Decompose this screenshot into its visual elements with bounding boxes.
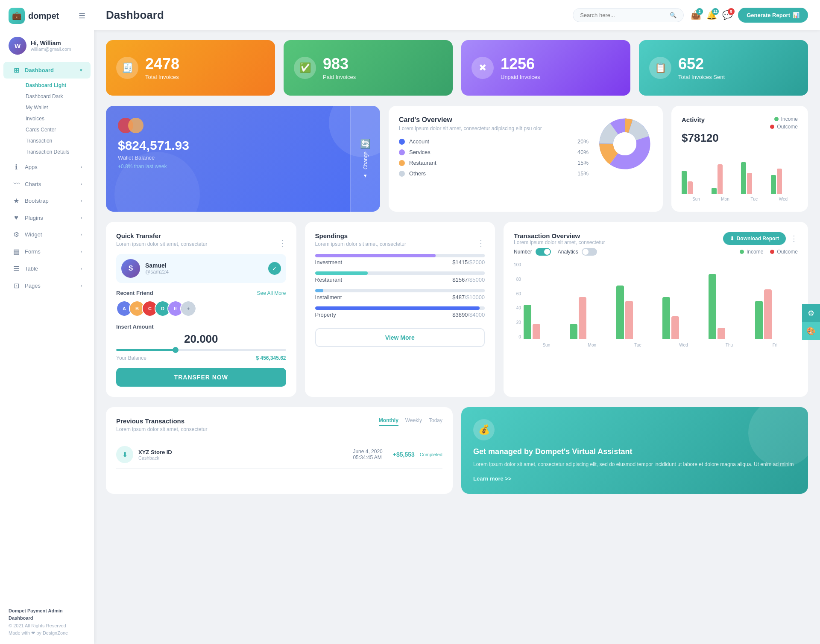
installment-name: Installment <box>315 294 342 300</box>
paid-icon: ✅ <box>294 57 316 79</box>
dot-orange <box>399 160 405 166</box>
income-label-to: Income <box>747 249 763 255</box>
qt-menu-icon[interactable]: ⋮ <box>278 239 286 248</box>
sidebar-item-bootstrap[interactable]: ★ Bootstrap › <box>3 192 91 209</box>
va-bg-circle <box>748 407 808 467</box>
view-more-button[interactable]: View More <box>315 328 485 347</box>
sidebar-item-apps[interactable]: ℹ Apps › <box>3 159 91 175</box>
to-menu-icon[interactable]: ⋮ <box>790 234 798 243</box>
investment-name: Investment <box>315 259 343 265</box>
sidebar-item-widget[interactable]: ⚙ Widget › <box>3 226 91 243</box>
fill-installment <box>315 289 324 292</box>
sidebar-item-plugins[interactable]: ♥ Plugins › <box>3 210 91 226</box>
sidebar-item-dashboard[interactable]: ⊞ Dashboard ▾ <box>3 62 91 79</box>
tab-monthly[interactable]: Monthly <box>379 417 398 426</box>
download-report-button[interactable]: ⬇ Download Report <box>723 232 786 245</box>
paid-invoices-number: 983 <box>323 55 356 73</box>
settings-side-button[interactable]: ⚙ <box>802 304 820 322</box>
pt-title-group: Previous Transactions Lorem ipsum dolor … <box>116 417 207 439</box>
tab-weekly[interactable]: Weekly <box>405 417 422 426</box>
friend-sm-add[interactable]: + <box>180 300 196 317</box>
spendings-desc: Lorem ipsum dolor sit amet, consectetur <box>315 241 406 247</box>
qt-desc: Lorem ipsum dolor sit amet, consectetur <box>116 241 207 247</box>
bar-group-mon <box>712 164 739 194</box>
sidebar-item-label: Forms <box>25 248 41 255</box>
side-buttons: ⚙ 🎨 <box>802 304 820 340</box>
subnav-my-wallet[interactable]: My Wallet <box>20 102 94 113</box>
va-learn-more-link[interactable]: Learn more >> <box>473 475 796 482</box>
tab-today[interactable]: Today <box>429 417 442 426</box>
sidebar-item-label: Dashboard <box>25 67 54 73</box>
logo-text: dompet <box>28 11 59 21</box>
outcome-bar-tue <box>747 173 752 194</box>
stat-card-paid-invoices: ✅ 983 Paid Invoices <box>284 40 453 96</box>
bell-icon-badge[interactable]: 🔔 12 <box>706 10 717 20</box>
palette-side-button[interactable]: 🎨 <box>802 322 820 340</box>
subnav-invoices[interactable]: Invoices <box>20 113 94 124</box>
number-toggle[interactable] <box>536 248 551 256</box>
widget-icon: ⚙ <box>12 230 20 239</box>
subnav-cards-center[interactable]: Cards Center <box>20 124 94 135</box>
stat-card-info: 652 Total Invoices Sent <box>678 55 725 81</box>
sidebar-item-label: Charts <box>25 181 41 187</box>
subnav-transaction[interactable]: Transaction <box>20 135 94 146</box>
chat-icon-badge[interactable]: 💬 5 <box>722 10 733 20</box>
spending-header-restaurant: Restaurant $1567/$5000 <box>315 277 485 283</box>
friends-row: A B C D E + <box>116 300 286 317</box>
outcome-dot-to <box>770 250 774 254</box>
overview-item-account: Account 20% <box>399 138 589 145</box>
wallet-icon-badge[interactable]: 👜 2 <box>691 10 701 20</box>
stat-card-info: 1256 Unpaid Invoices <box>501 55 540 81</box>
selected-friend[interactable]: S Samuel @sam224 ✓ <box>116 254 286 283</box>
main-content: Dashboard 🔍 👜 2 🔔 12 💬 5 Generate Report… <box>94 0 820 644</box>
toggle-analytics-label: Analytics <box>558 249 578 255</box>
quick-transfer-card: Quick Transfer Lorem ipsum dolor sit ame… <box>106 222 296 397</box>
prev-transactions-card: Previous Transactions Lorem ipsum dolor … <box>106 407 453 494</box>
chat-badge: 5 <box>728 8 735 15</box>
subnav-transaction-details[interactable]: Transaction Details <box>20 146 94 157</box>
unpaid-invoices-number: 1256 <box>501 55 540 73</box>
generate-report-button[interactable]: Generate Report 📊 <box>738 8 808 23</box>
income-dot <box>774 117 779 121</box>
subnav-dashboard-light[interactable]: Dashboard Light <box>20 80 94 91</box>
see-all-link[interactable]: See All More <box>257 290 286 296</box>
topbar: Dashboard 🔍 👜 2 🔔 12 💬 5 Generate Report… <box>94 0 820 30</box>
sidebar-item-table[interactable]: ☰ Table › <box>3 260 91 277</box>
income-bar-tue-lg <box>616 286 624 339</box>
chevron-right-icon: › <box>81 266 82 271</box>
to-right: ⬇ Download Report ⋮ <box>723 232 798 245</box>
friend-details: Samuel @sam224 <box>145 262 169 275</box>
hamburger-icon[interactable]: ☰ <box>79 11 85 20</box>
recent-friends-header: Recent Friend See All More <box>116 290 286 296</box>
total-sent-number: 652 <box>678 55 725 73</box>
to-header: Transaction Overview Lorem ipsum dolor s… <box>514 232 798 245</box>
page-title: Dashboard <box>106 9 164 22</box>
sidebar-item-charts[interactable]: 〰 Charts › <box>3 176 91 192</box>
wallet-amount: $824,571.93 <box>118 138 368 153</box>
spendings-title: Spendings <box>315 232 406 239</box>
to-chart: Sun Mon Tue Wed Thu Fri <box>524 262 798 347</box>
sidebar-item-pages[interactable]: ⊡ Pages › <box>3 277 91 294</box>
footer-copyright: © 2021 All Rights Reserved <box>9 622 85 630</box>
sidebar-item-label: Widget <box>25 231 42 238</box>
cards-overview: Card's Overview Lorem ipsum dolor sit am… <box>389 106 663 212</box>
fill-restaurant <box>315 271 368 275</box>
tx-time: 05:34:45 AM <box>353 455 382 460</box>
to-chart-container: 100 80 60 40 20 0 <box>514 262 798 347</box>
to-legend: Income Outcome <box>740 249 798 255</box>
spendings-menu-icon[interactable]: ⋮ <box>477 239 485 248</box>
overview-item-restaurant: Restaurant 15% <box>399 160 589 166</box>
insert-amount-label: Insert Amount <box>116 323 286 330</box>
pages-icon: ⊡ <box>12 282 20 290</box>
transfer-now-button[interactable]: TRANSFER NOW <box>116 368 286 387</box>
to-desc: Lorem ipsum dolor sit amet, consectetur <box>514 239 605 245</box>
restaurant-amount: $1567/$5000 <box>452 277 485 283</box>
wallet-change-button[interactable]: 🔄 Change ▾ <box>350 106 380 212</box>
analytics-toggle[interactable] <box>582 248 597 256</box>
sidebar-item-forms[interactable]: ▤ Forms › <box>3 243 91 260</box>
stat-card-info: 2478 Total Invoices <box>145 55 179 81</box>
search-input[interactable] <box>580 12 666 18</box>
amount-slider[interactable] <box>116 349 286 351</box>
search-box[interactable]: 🔍 <box>573 8 684 22</box>
subnav-dashboard-dark[interactable]: Dashboard Dark <box>20 91 94 102</box>
